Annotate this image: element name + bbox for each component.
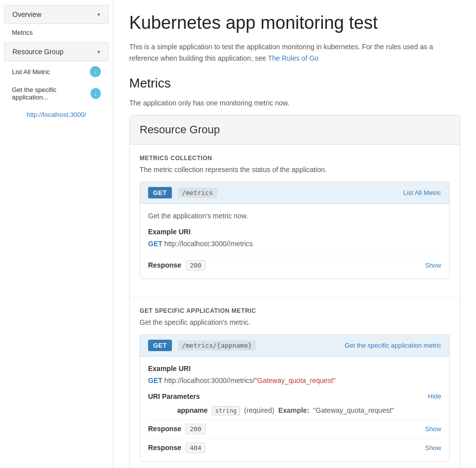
endpoint-header-left-specific: GET /metrics/{appname} [148,340,256,351]
sidebar: Overview ▾ Metrics Resource Group ▾ List… [0,0,113,468]
hide-link[interactable]: Hide [428,392,441,400]
example-url-1: http://localhost:3000//metrics [164,240,253,248]
method-badge-get-specific: GET [148,340,172,351]
main-content: Kubernetes app monitoring test This is a… [113,0,476,468]
endpoint-get-metrics: GET /metrics List All Metric Get the app… [140,182,450,279]
endpoint-path-metrics: /metrics [178,187,217,198]
show-link-specific-200[interactable]: Show [425,425,441,433]
sidebar-section-resource-group: Resource Group ▾ List All Metric ↓ Get t… [0,42,113,105]
uri-params-label: URI Parameters [148,392,200,400]
get-specific-desc: Get the specific application's metric. [140,318,450,326]
page-title: Kubernetes app monitoring test [129,12,460,33]
endpoint-link-list-all[interactable]: List All Metric [403,189,441,196]
example-uri-label-1: Example URI [148,228,441,236]
get-specific-title: GET SPECIFIC APPLICATION METRIC [140,307,450,314]
metrics-collection-title: METRICS COLLECTION [140,155,450,162]
chevron-down-icon: ▾ [97,11,100,18]
response-row-specific-404: Response 404 Show [148,438,441,453]
download-icon-specific: ↓ [90,88,101,99]
resource-group-header: Resource Group [130,115,460,145]
endpoint-header-specific[interactable]: GET /metrics/{appname} Get the specific … [140,335,449,357]
response-label-specific-200: Response [148,425,181,433]
response-row-left-200: Response 200 [148,424,206,434]
example-method-2: GET [148,376,162,384]
chevron-down-icon-rg: ▾ [97,49,100,55]
endpoint-path-specific: /metrics/{appname} [178,340,256,351]
endpoint-link-specific[interactable]: Get the specific application metric [345,342,441,349]
show-link-specific-404[interactable]: Show [425,444,441,452]
sidebar-item-list-all-metric[interactable]: List All Metric ↓ [4,62,109,81]
sidebar-item-get-specific[interactable]: Get the specific application... ↓ [4,82,109,105]
param-example-label: Example: [278,406,309,414]
response-code-specific-200: 200 [185,424,206,434]
metrics-collection-desc: The metric collection represents the sta… [140,166,450,174]
response-row-left: Response 200 [148,260,206,271]
example-url-highlight: "Gateway_quota_request" [255,376,336,384]
sidebar-resource-group-label: Resource Group [12,48,64,56]
example-method-1: GET [148,240,162,248]
endpoint-desc-metrics: Get the application's metric now. [148,212,441,220]
endpoint-body-metrics: Get the application's metric now. Exampl… [140,204,449,279]
resource-group-card: Resource Group METRICS COLLECTION The me… [129,115,460,468]
sidebar-list-all-label: List All Metric [12,68,50,76]
sidebar-localhost-link[interactable]: http://localhost:3000/ [0,107,113,122]
sidebar-metrics-label: Metrics [12,29,33,36]
resource-group-title: Resource Group [140,123,450,136]
response-row-specific-200: Response 200 Show [148,419,441,434]
sidebar-get-specific-label: Get the specific application... [12,86,90,101]
endpoint-header-metrics[interactable]: GET /metrics List All Metric [140,182,449,204]
param-example-value: "Gateway_quota_request" [313,406,394,414]
metrics-collection-section: METRICS COLLECTION The metric collection… [130,145,460,297]
response-row-left-404: Response 404 [148,443,206,453]
description-link[interactable]: The Rules of Go [268,54,318,62]
endpoint-get-specific: GET /metrics/{appname} Get the specific … [140,334,450,462]
get-specific-section: GET SPECIFIC APPLICATION METRIC Get the … [130,297,460,468]
page-description: This is a simple application to test the… [129,41,460,64]
param-row-appname: appname string (required) Example: "Gate… [168,406,441,415]
example-uri-value-2: GET http://localhost:3000//metrics/"Gate… [148,376,441,384]
download-icon: ↓ [90,66,101,77]
sidebar-section-overview: Overview ▾ Metrics [0,5,113,40]
method-badge-get: GET [148,187,172,198]
sidebar-overview-label: Overview [12,10,41,18]
response-label-1: Response [148,261,181,269]
endpoint-header-left: GET /metrics [148,187,217,198]
example-url-2: http://localhost:3000//metrics/ [164,376,255,384]
sidebar-item-resource-group[interactable]: Resource Group ▾ [4,42,109,61]
response-code-200: 200 [185,260,206,271]
sidebar-item-overview[interactable]: Overview ▾ [4,5,109,24]
param-type-appname: string [212,406,240,415]
metrics-section-title: Metrics [129,76,460,91]
response-label-specific-404: Response [148,444,181,452]
example-uri-value-1: GET http://localhost:3000//metrics [148,240,441,248]
response-row-200: Response 200 Show [148,256,441,271]
uri-params-row: URI Parameters Hide [148,392,441,400]
endpoint-body-specific: Example URI GET http://localhost:3000//m… [140,357,449,461]
param-example-strong: Example: [278,406,309,414]
metrics-section-desc: The application only has one monitoring … [129,99,460,107]
param-name-appname: appname [168,406,208,414]
response-code-specific-404: 404 [185,443,206,453]
sidebar-item-metrics[interactable]: Metrics [4,25,109,40]
example-uri-label-2: Example URI [148,365,441,373]
param-required: (required) [244,406,274,414]
show-link-1[interactable]: Show [425,262,441,269]
